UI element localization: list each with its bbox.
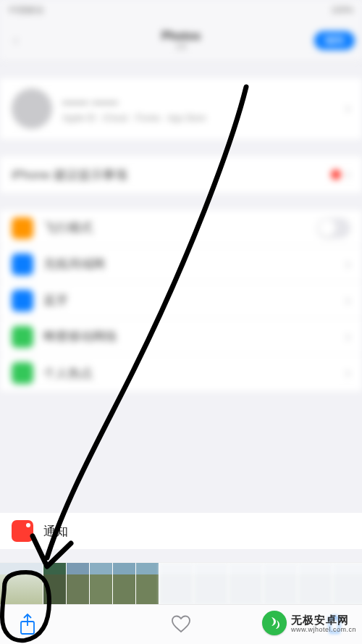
hotspot-icon	[12, 362, 33, 384]
thumbnail[interactable]	[264, 563, 298, 605]
thumbnail[interactable]	[90, 563, 113, 605]
alert-label: iPhone 建议提示事项	[12, 167, 127, 183]
status-left: 中国移动	[9, 4, 43, 17]
like-button[interactable]	[167, 610, 195, 639]
share-button[interactable]	[13, 610, 42, 639]
chevron-right-icon: ›	[345, 99, 350, 118]
row-label: 蜂窝移动网络	[43, 328, 117, 345]
background-settings-blurred: 中国移动 100% ‹ Photos 1/5 编辑 —— —— Apple ID…	[0, 0, 362, 391]
thumbnail[interactable]	[136, 563, 159, 605]
profile-name: —— ——	[62, 95, 206, 110]
photo-toolbar	[0, 604, 362, 644]
status-right: 100%	[331, 5, 353, 15]
row-hotspot[interactable]: 个人热点 ›	[0, 355, 362, 391]
switch-off[interactable]	[317, 218, 350, 238]
airplane-icon	[12, 217, 33, 239]
thumbnail[interactable]	[67, 563, 90, 605]
delete-button[interactable]	[320, 610, 349, 639]
thumbnail[interactable]	[298, 563, 333, 605]
row-label: 蓝牙	[43, 292, 68, 309]
bluetooth-icon	[12, 290, 33, 311]
settings-group-2: 通知	[0, 513, 362, 549]
thumbnail[interactable]	[333, 563, 362, 605]
row-notifications[interactable]: 通知	[0, 513, 362, 549]
row-label: 通知	[43, 523, 68, 540]
row-label: 个人热点	[43, 365, 93, 382]
notification-icon	[12, 520, 33, 542]
chevron-right-icon: ›	[345, 327, 350, 346]
heart-icon	[171, 615, 191, 634]
nav-header: ‹ Photos 1/5 编辑	[0, 20, 362, 61]
page-title: Photos 1/5	[161, 30, 201, 51]
chevron-right-icon: ›	[345, 165, 350, 184]
cellular-icon	[12, 326, 33, 348]
alert-row[interactable]: iPhone 建议提示事项 ›	[0, 156, 362, 193]
status-bar: 中国移动 100%	[0, 0, 362, 20]
row-wifi[interactable]: 无线局域网 ›	[0, 246, 362, 283]
trash-icon	[327, 615, 342, 634]
chevron-right-icon: ›	[345, 364, 350, 382]
photo-thumbnail-strip[interactable]	[0, 562, 362, 604]
thumbnail[interactable]	[159, 563, 194, 605]
badge-dot	[331, 170, 341, 180]
row-airplane[interactable]: 飞行模式	[0, 210, 362, 246]
wifi-icon	[12, 254, 33, 275]
edit-button[interactable]: 编辑	[314, 31, 355, 50]
row-bluetooth[interactable]: 蓝牙 ›	[0, 283, 362, 319]
profile-sub: Apple ID · iCloud · iTunes · App Store	[62, 113, 206, 123]
thumbnail[interactable]	[113, 563, 136, 605]
row-label: 飞行模式	[43, 219, 93, 236]
profile-row[interactable]: —— —— Apple ID · iCloud · iTunes · App S…	[0, 78, 362, 139]
row-label: 无线局域网	[43, 256, 105, 272]
chevron-left-icon: ‹	[13, 31, 18, 50]
avatar	[12, 88, 52, 129]
row-cellular[interactable]: 蜂窝移动网络 ›	[0, 319, 362, 355]
thumbnail[interactable]	[0, 563, 43, 605]
alert-group: iPhone 建议提示事项 ›	[0, 156, 362, 193]
back-button[interactable]: ‹	[6, 30, 26, 51]
chevron-right-icon: ›	[345, 255, 350, 274]
profile-texts: —— —— Apple ID · iCloud · iTunes · App S…	[62, 95, 206, 123]
share-icon	[19, 614, 36, 635]
settings-group-1: 飞行模式 无线局域网 › 蓝牙 › 蜂窝移动网络 › 个人热点 ›	[0, 210, 362, 391]
thumbnail[interactable]	[43, 563, 67, 605]
chevron-right-icon: ›	[345, 291, 350, 310]
phone-screen: 中国移动 100% ‹ Photos 1/5 编辑 —— —— Apple ID…	[0, 0, 362, 644]
thumbnail[interactable]	[194, 563, 229, 605]
thumbnail[interactable]	[229, 563, 264, 605]
